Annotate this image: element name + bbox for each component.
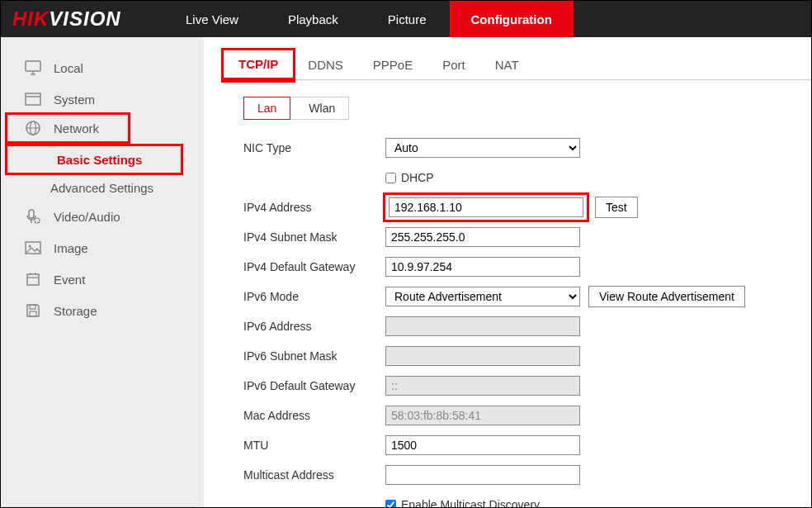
mac-address-label: Mac Address: [243, 409, 385, 422]
sidebar-sub-label: Advanced Settings: [50, 181, 153, 195]
sidebar-item-label: Image: [54, 241, 88, 255]
sidebar-item-label: Local: [54, 61, 83, 75]
main: TCP/IP DDNS PPPoE Port NAT Lan Wlan NIC …: [204, 37, 811, 507]
ipv6-address-input: [385, 316, 580, 336]
image-icon: [24, 239, 42, 257]
mic-icon: [24, 207, 42, 226]
sidebar-item-label: System: [54, 93, 95, 107]
save-icon: [24, 301, 42, 320]
ipv4-subnet-label: IPv4 Subnet Mask: [243, 230, 385, 244]
logo-vision: VISION: [49, 7, 120, 30]
mac-address-input: [385, 406, 580, 425]
sidebar-sub-basic-settings[interactable]: Basic Settings: [7, 146, 181, 173]
ipv4-address-input[interactable]: [389, 197, 583, 217]
ipv6-subnet-label: IPv6 Subnet Mask: [243, 349, 385, 363]
svg-point-12: [29, 245, 31, 248]
mtu-label: MTU: [243, 439, 385, 452]
ipv6-gateway-label: IPv6 Default Gateway: [243, 379, 385, 392]
calendar-icon: [24, 270, 42, 288]
sidebar-item-label: Event: [54, 273, 85, 287]
svg-rect-0: [26, 61, 40, 71]
ipv4-subnet-input[interactable]: [385, 227, 580, 247]
sidebar-item-video-audio[interactable]: Video/Audio: [1, 201, 204, 232]
sidebar-item-label: Storage: [54, 304, 97, 318]
svg-rect-13: [27, 274, 39, 285]
sidebar-item-local[interactable]: Local: [1, 52, 204, 83]
dhcp-checkbox[interactable]: [385, 173, 396, 183]
subtab-port[interactable]: Port: [427, 50, 480, 80]
sidebar: Local System Network Basic Settings Adva…: [1, 37, 204, 507]
svg-point-10: [35, 218, 40, 223]
sidebar-item-storage[interactable]: Storage: [1, 295, 204, 326]
tab-lan[interactable]: Lan: [243, 97, 290, 120]
nic-type-label: NIC Type: [243, 141, 385, 154]
multicast-address-label: Multicast Address: [243, 468, 385, 482]
topnav-configuration[interactable]: Configuration: [451, 1, 572, 37]
lan-wlan-tabs: Lan Wlan: [243, 97, 811, 120]
ipv6-mode-label: IPv6 Mode: [243, 290, 385, 303]
ipv4-gateway-label: IPv4 Default Gateway: [243, 260, 385, 273]
enable-multicast-label: Enable Multicast Discovery: [401, 498, 540, 508]
sidebar-item-label: Network: [54, 121, 99, 135]
topnav-playback[interactable]: Playback: [263, 1, 363, 37]
dhcp-label: DHCP: [401, 171, 434, 184]
subtabs: TCP/IP DDNS PPPoE Port NAT: [224, 50, 811, 80]
mtu-input[interactable]: [385, 435, 580, 455]
container: Local System Network Basic Settings Adva…: [1, 37, 811, 507]
subtab-pppoe[interactable]: PPPoE: [358, 50, 427, 80]
test-button[interactable]: Test: [595, 197, 638, 218]
enable-multicast-checkbox[interactable]: [385, 500, 396, 509]
ipv4-address-label: IPv4 Address: [243, 201, 385, 214]
subtab-ddns[interactable]: DDNS: [293, 50, 358, 80]
sidebar-item-event[interactable]: Event: [1, 263, 204, 295]
topnav-live-view[interactable]: Live View: [161, 1, 263, 37]
sidebar-item-image[interactable]: Image: [1, 232, 204, 263]
sidebar-sub-advanced-settings[interactable]: Advanced Settings: [1, 174, 204, 201]
window-icon: [24, 90, 42, 108]
ipv6-address-label: IPv6 Address: [243, 320, 385, 333]
tab-wlan[interactable]: Wlan: [290, 97, 349, 120]
subtab-nat[interactable]: NAT: [480, 50, 534, 80]
subtab-tcpip[interactable]: TCP/IP: [224, 50, 293, 80]
ipv6-mode-select[interactable]: Route Advertisement: [385, 287, 580, 306]
svg-rect-3: [26, 93, 40, 105]
multicast-address-input[interactable]: [385, 465, 580, 485]
ipv4-gateway-input[interactable]: [385, 257, 580, 277]
nic-type-select[interactable]: Auto: [385, 138, 580, 158]
view-route-button[interactable]: View Route Advertisement: [588, 286, 745, 307]
topnav-picture[interactable]: Picture: [363, 1, 451, 37]
topnav: Live View Playback Picture Configuration: [161, 1, 572, 37]
header: HIKVISION Live View Playback Picture Con…: [1, 1, 811, 37]
sidebar-item-network[interactable]: Network: [7, 115, 128, 141]
ipv6-subnet-input: [385, 346, 580, 366]
svg-rect-8: [29, 210, 34, 218]
ipv6-gateway-input: [385, 376, 580, 396]
logo-hik: HIK: [12, 7, 49, 30]
sidebar-item-label: Video/Audio: [54, 210, 120, 224]
svg-rect-18: [30, 311, 36, 316]
logo: HIKVISION: [12, 7, 161, 31]
monitor-icon: [24, 59, 42, 77]
sidebar-sub-label: Basic Settings: [57, 153, 142, 167]
globe-icon: [24, 119, 42, 137]
sidebar-item-system[interactable]: System: [1, 83, 204, 115]
